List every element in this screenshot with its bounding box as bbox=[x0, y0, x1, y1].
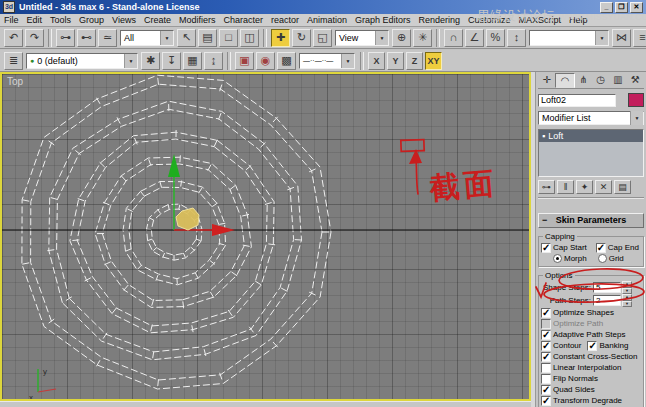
selection-filter-dropdown[interactable]: All ▼ bbox=[120, 30, 174, 46]
restrict-xy-plane-button[interactable]: XY bbox=[425, 52, 442, 70]
add-to-layer-button[interactable]: ↧ bbox=[162, 52, 181, 70]
snap-toggle-button[interactable]: ∩ bbox=[444, 29, 463, 47]
rollout-title: Skin Parameters bbox=[556, 215, 627, 225]
angle-snap-button[interactable]: ∠ bbox=[465, 29, 484, 47]
use-pivot-center-button[interactable]: ⊕ bbox=[392, 29, 411, 47]
menu-item-tools[interactable]: Tools bbox=[46, 15, 75, 25]
layer-dropdown[interactable]: ● 0 (default) ▼ bbox=[26, 53, 138, 69]
selection-region-button[interactable]: □ bbox=[219, 29, 238, 47]
select-by-name-button[interactable]: ▤ bbox=[198, 29, 217, 47]
window-crossing-button[interactable]: ◫ bbox=[240, 29, 259, 47]
spinner-snap-button[interactable]: ↕ bbox=[507, 29, 526, 47]
skin-parameters-rollout-header[interactable]: − Skin Parameters bbox=[538, 213, 644, 228]
quad-sides-checkbox[interactable] bbox=[541, 385, 551, 395]
menu-item-create[interactable]: Create bbox=[140, 15, 175, 25]
grid-radio[interactable] bbox=[598, 254, 607, 263]
shape-steps-spinner[interactable]: ▲▼ bbox=[622, 281, 632, 294]
minimize-button[interactable]: _ bbox=[600, 2, 613, 13]
linear-interpolation-checkbox[interactable] bbox=[541, 363, 551, 373]
select-and-manipulate-button[interactable]: ✳ bbox=[413, 29, 432, 47]
percent-snap-button[interactable]: % bbox=[486, 29, 505, 47]
restore-button[interactable]: ❐ bbox=[615, 2, 628, 13]
selected-loft-shape[interactable] bbox=[176, 208, 199, 230]
select-and-rotate-button[interactable]: ↻ bbox=[292, 29, 311, 47]
restrict-z-button[interactable]: Z bbox=[406, 52, 423, 70]
tab-create[interactable]: ✛ bbox=[538, 73, 555, 88]
flip-normals-checkbox[interactable] bbox=[541, 374, 551, 384]
optimize-shapes-checkbox[interactable] bbox=[541, 308, 551, 318]
select-objects-in-layer-button[interactable]: ▦ bbox=[183, 52, 202, 70]
menu-item-edit[interactable]: Edit bbox=[23, 15, 47, 25]
tab-hierarchy[interactable]: ⋔ bbox=[575, 73, 592, 88]
constant-cross-section-checkbox[interactable] bbox=[541, 352, 551, 362]
menu-item-views[interactable]: Views bbox=[108, 15, 140, 25]
menu-item-graph-editors[interactable]: Graph Editors bbox=[351, 15, 415, 25]
new-layer-icon: ✱ bbox=[146, 54, 155, 66]
menu-item-group[interactable]: Group bbox=[75, 15, 108, 25]
render-scene-button[interactable]: ▩ bbox=[277, 52, 296, 70]
tab-utilities[interactable]: ⚒ bbox=[627, 73, 644, 88]
spin-down-icon[interactable]: ▼ bbox=[622, 301, 632, 308]
cap-start-checkbox[interactable] bbox=[541, 243, 551, 253]
menu-item-modifiers[interactable]: Modifiers bbox=[175, 15, 220, 25]
remove-modifier-button[interactable]: ✕ bbox=[595, 180, 612, 194]
object-name-input[interactable] bbox=[538, 94, 616, 107]
path-steps-value[interactable]: 2 bbox=[593, 295, 621, 306]
tab-modify[interactable]: ◠ bbox=[555, 73, 574, 88]
schematic-view-button[interactable]: ▣ bbox=[235, 52, 254, 70]
menu-item-reactor[interactable]: reactor bbox=[267, 15, 303, 25]
reference-coordinate-dropdown[interactable]: View ▼ bbox=[335, 30, 389, 46]
restrict-x-button[interactable]: X bbox=[368, 52, 385, 70]
cap-end-checkbox[interactable] bbox=[596, 243, 606, 253]
select-object-button[interactable]: ↖ bbox=[177, 29, 196, 47]
shape-steps-value[interactable]: 5 bbox=[593, 282, 621, 293]
named-selection-dropdown[interactable]: ▼ bbox=[529, 30, 609, 46]
banking-checkbox[interactable] bbox=[587, 341, 597, 351]
redo-button[interactable]: ↷ bbox=[25, 29, 44, 47]
object-color-swatch[interactable] bbox=[628, 93, 644, 107]
modifier-list-dropdown[interactable]: Modifier List ▼ bbox=[538, 111, 644, 125]
select-and-scale-button[interactable]: ◱ bbox=[313, 29, 332, 47]
set-current-layer-button[interactable]: ↨ bbox=[204, 52, 223, 70]
close-button[interactable]: ✕ bbox=[630, 2, 643, 13]
adaptive-path-steps-checkbox[interactable] bbox=[541, 330, 551, 340]
named-selection-input[interactable] bbox=[533, 32, 593, 44]
material-editor-button[interactable]: ◉ bbox=[256, 52, 275, 70]
viewport-canvas[interactable]: x y bbox=[2, 74, 529, 399]
new-layer-button[interactable]: ✱ bbox=[141, 52, 160, 70]
align-button[interactable]: ≡ bbox=[633, 29, 646, 47]
configure-modifier-sets-button[interactable]: ▤ bbox=[614, 180, 631, 194]
layer-manager-button[interactable]: ≣ bbox=[4, 52, 23, 70]
viewport-top[interactable]: Top x y bbox=[0, 72, 531, 401]
menu-item-customize[interactable]: Customize bbox=[464, 15, 515, 25]
linetype-dropdown[interactable]: —··—··— ▼ bbox=[299, 53, 355, 69]
tab-motion[interactable]: ◷ bbox=[592, 73, 609, 88]
select-and-move-button[interactable]: ✚ bbox=[271, 29, 290, 47]
transform-degrade-checkbox[interactable] bbox=[541, 396, 551, 406]
restrict-y-button[interactable]: Y bbox=[387, 52, 404, 70]
panel-scrollbar[interactable] bbox=[531, 72, 536, 407]
show-end-result-button[interactable]: ‖ bbox=[557, 180, 574, 194]
path-steps-spinner[interactable]: ▲▼ bbox=[622, 294, 632, 307]
select-and-link-button[interactable]: ⊶ bbox=[56, 29, 75, 47]
menu-item-help[interactable]: Help bbox=[565, 15, 592, 25]
viewport-label[interactable]: Top bbox=[7, 76, 23, 87]
menu-item-maxscript[interactable]: MAXScript bbox=[515, 15, 566, 25]
undo-button[interactable]: ↶ bbox=[4, 29, 23, 47]
tab-display[interactable]: ▥ bbox=[609, 73, 626, 88]
morph-radio[interactable] bbox=[553, 254, 562, 263]
contour-checkbox[interactable] bbox=[541, 341, 551, 351]
unlink-selection-button[interactable]: ⊷ bbox=[77, 29, 96, 47]
menu-item-character[interactable]: Character bbox=[219, 15, 267, 25]
pin-stack-button[interactable]: ⊶ bbox=[538, 180, 555, 194]
bind-to-spacewarp-button[interactable]: ≃ bbox=[98, 29, 117, 47]
link-icon: ⊶ bbox=[60, 31, 71, 43]
mirror-button[interactable]: ⋈ bbox=[612, 29, 631, 47]
menu-item-rendering[interactable]: Rendering bbox=[415, 15, 465, 25]
modifier-stack[interactable]: ▪ Loft bbox=[538, 129, 644, 177]
stack-item-loft[interactable]: ▪ Loft bbox=[539, 130, 643, 142]
toolbar-separator bbox=[263, 29, 267, 47]
menu-item-animation[interactable]: Animation bbox=[303, 15, 351, 25]
menu-item-file[interactable]: File bbox=[0, 15, 23, 25]
make-unique-button[interactable]: ✦ bbox=[576, 180, 593, 194]
